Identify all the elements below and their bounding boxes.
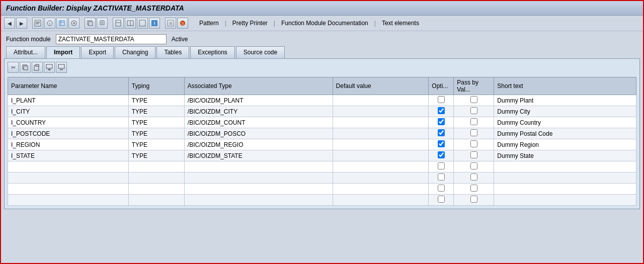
pattern-link[interactable]: Pattern [196, 19, 222, 28]
cell-optional [429, 139, 454, 150]
optional-checkbox-6[interactable] [438, 162, 445, 169]
cell-pass-by-val [454, 117, 494, 128]
tab-exceptions[interactable]: Exceptions [190, 46, 235, 58]
tab-import[interactable]: Import [46, 46, 80, 58]
optional-checkbox-5[interactable] [438, 151, 445, 158]
toolbar-btn-7[interactable] [113, 18, 124, 29]
table-row: I_REGION TYPE /BIC/OIZDM_REGIO Dummy Reg… [8, 139, 636, 150]
cell-pass-by-val [454, 95, 494, 106]
cell-pass-by-val [454, 184, 494, 195]
pass-by-val-checkbox-6[interactable] [470, 162, 477, 169]
text-elements-link[interactable]: Text elements [379, 19, 422, 28]
cell-param-name [8, 161, 129, 172]
svg-rect-13 [116, 20, 121, 26]
cell-typing [128, 161, 184, 172]
tab-source-code[interactable]: Source code [236, 46, 285, 58]
toolbar-btn-5[interactable] [85, 18, 96, 29]
cell-param-name: I_CITY [8, 106, 129, 117]
cell-short-text [494, 195, 636, 206]
optional-checkbox-0[interactable] [438, 96, 445, 103]
toolbar-btn-9[interactable] [137, 18, 148, 29]
optional-checkbox-9[interactable] [438, 196, 445, 203]
cell-default-value [333, 184, 429, 195]
paste-button[interactable] [32, 62, 43, 73]
col-header-typing: Typing [128, 77, 184, 95]
cell-optional [429, 161, 454, 172]
cell-optional [429, 106, 454, 117]
pass-by-val-checkbox-9[interactable] [470, 196, 477, 203]
toolbar-btn-4[interactable] [68, 18, 79, 29]
col-header-assoc-type: Associated Type [184, 77, 333, 95]
delete-row-button[interactable] [56, 62, 67, 73]
optional-checkbox-3[interactable] [438, 129, 445, 136]
toolbar-btn-10[interactable]: ⊞ [165, 18, 176, 29]
cell-param-name: I_POSTCODE [8, 128, 129, 139]
pass-by-val-checkbox-0[interactable] [470, 96, 477, 103]
col-header-short-text: Short text [494, 77, 636, 95]
title-bar: Function Builder: Display ZACTIVATE_MAST… [1, 1, 643, 16]
cut-button[interactable]: ✂ [8, 62, 19, 73]
cell-default-value [333, 195, 429, 206]
optional-checkbox-2[interactable] [438, 118, 445, 125]
function-module-label: Function module [6, 36, 51, 43]
toolbar-btn-3[interactable] [56, 18, 67, 29]
pass-by-val-checkbox-1[interactable] [470, 107, 477, 114]
copy-button[interactable] [20, 62, 31, 73]
cell-short-text: Dummy State [494, 150, 636, 161]
cell-default-value [333, 95, 429, 106]
toolbar-btn-info[interactable]: i [149, 18, 160, 29]
cell-assoc-type [184, 161, 333, 172]
cell-assoc-type: /BIC/OIZDM_PLANT [184, 95, 333, 106]
table-row: I_POSTCODE TYPE /BIC/OIZDM_POSCO Dummy P… [8, 128, 636, 139]
inner-toolbar: ✂ [8, 62, 636, 73]
pass-by-val-checkbox-3[interactable] [470, 129, 477, 136]
window-title: Function Builder: Display ZACTIVATE_MAST… [6, 4, 184, 12]
svg-rect-6 [59, 21, 64, 26]
cell-typing [128, 172, 184, 184]
cell-short-text: Dummy Plant [494, 95, 636, 106]
table-row: I_STATE TYPE /BIC/OIZDM_STATE Dummy Stat… [8, 150, 636, 161]
function-module-doc-link[interactable]: Function Module Documentation [278, 19, 371, 28]
svg-rect-25 [24, 66, 28, 70]
function-module-input[interactable] [56, 34, 167, 44]
svg-rect-12 [89, 22, 93, 26]
append-row-button[interactable] [44, 62, 55, 73]
tab-tables[interactable]: Tables [156, 46, 189, 58]
optional-checkbox-1[interactable] [438, 107, 445, 114]
cell-pass-by-val [454, 172, 494, 184]
svg-rect-3 [36, 24, 39, 24]
optional-checkbox-4[interactable] [438, 140, 445, 147]
toolbar-btn-1[interactable] [32, 18, 43, 29]
svg-rect-31 [58, 64, 64, 68]
pass-by-val-checkbox-7[interactable] [470, 173, 477, 181]
cell-typing [128, 184, 184, 195]
toolbar-btn-6[interactable] [97, 18, 108, 29]
toolbar-btn-8[interactable] [125, 18, 136, 29]
cell-assoc-type: /BIC/OIZDM_CITY [184, 106, 333, 117]
parameters-table: Parameter Name Typing Associated Type De… [8, 77, 636, 206]
cell-pass-by-val [454, 161, 494, 172]
toolbar-btn-11[interactable]: S [177, 18, 188, 29]
optional-checkbox-8[interactable] [438, 185, 445, 192]
pass-by-val-checkbox-2[interactable] [470, 118, 477, 125]
table-row [8, 172, 636, 184]
tab-attributes[interactable]: Attribut... [6, 46, 45, 58]
cell-default-value [333, 117, 429, 128]
nav-forward-button[interactable]: ▶ [16, 18, 27, 29]
optional-checkbox-7[interactable] [438, 173, 445, 181]
pass-by-val-checkbox-8[interactable] [470, 185, 477, 192]
status-badge: Active [172, 36, 188, 43]
col-header-default-value: Default value [333, 77, 429, 95]
cell-pass-by-val [454, 150, 494, 161]
pretty-printer-link[interactable]: Pretty Printer [229, 19, 271, 28]
pass-by-val-checkbox-4[interactable] [470, 140, 477, 147]
svg-rect-28 [46, 64, 52, 68]
cell-assoc-type [184, 184, 333, 195]
cell-default-value [333, 128, 429, 139]
pass-by-val-checkbox-5[interactable] [470, 151, 477, 158]
svg-rect-1 [36, 22, 40, 22]
nav-back-button[interactable]: ◀ [4, 18, 15, 29]
tab-changing[interactable]: Changing [115, 46, 155, 58]
toolbar-btn-2[interactable]: i [44, 18, 55, 29]
tab-export[interactable]: Export [81, 46, 114, 58]
